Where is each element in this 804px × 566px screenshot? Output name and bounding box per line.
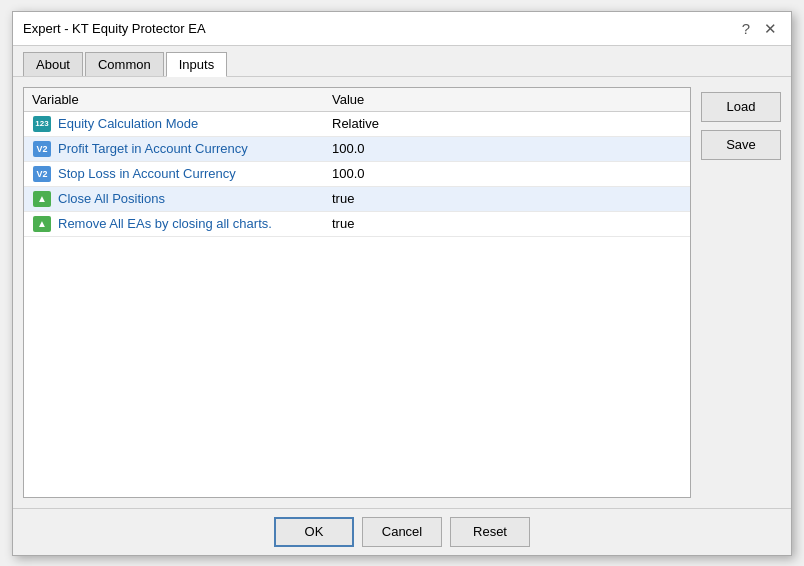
row-name: Equity Calculation Mode xyxy=(58,116,332,131)
row-value: true xyxy=(332,191,682,206)
table-header: Variable Value xyxy=(24,88,690,112)
help-button[interactable]: ? xyxy=(738,21,754,36)
icon-chart: ▲ xyxy=(33,191,51,207)
table-row[interactable]: ▲ Remove All EAs by closing all charts. … xyxy=(24,212,690,237)
table-row[interactable]: 123 Equity Calculation Mode Relative xyxy=(24,112,690,137)
icon-123: 123 xyxy=(33,116,51,132)
row-value: 100.0 xyxy=(332,141,682,156)
row-value: true xyxy=(332,216,682,231)
inputs-table: Variable Value 123 Equity Calculation Mo… xyxy=(23,87,691,498)
tab-inputs[interactable]: Inputs xyxy=(166,52,227,77)
close-button[interactable]: ✕ xyxy=(760,21,781,36)
ok-button[interactable]: OK xyxy=(274,517,354,547)
icon-chart2: ▲ xyxy=(33,216,51,232)
row-icon-v2b: V2 xyxy=(32,165,52,183)
row-name: Stop Loss in Account Currency xyxy=(58,166,332,181)
icon-v2: V2 xyxy=(33,141,51,157)
col-variable-header: Variable xyxy=(32,92,332,107)
save-button[interactable]: Save xyxy=(701,130,781,160)
row-icon-chart: ▲ xyxy=(32,190,52,208)
table-row[interactable]: V2 Stop Loss in Account Currency 100.0 xyxy=(24,162,690,187)
bottom-bar: OK Cancel Reset xyxy=(13,508,791,555)
row-icon-123: 123 xyxy=(32,115,52,133)
row-name: Close All Positions xyxy=(58,191,332,206)
tab-bar: About Common Inputs xyxy=(13,46,791,77)
cancel-button[interactable]: Cancel xyxy=(362,517,442,547)
reset-button[interactable]: Reset xyxy=(450,517,530,547)
title-buttons: ? ✕ xyxy=(738,21,781,36)
content-area: Variable Value 123 Equity Calculation Mo… xyxy=(13,77,791,508)
row-name: Remove All EAs by closing all charts. xyxy=(58,216,332,231)
dialog-title: Expert - KT Equity Protector EA xyxy=(23,21,206,36)
dialog: Expert - KT Equity Protector EA ? ✕ Abou… xyxy=(12,11,792,556)
tab-about[interactable]: About xyxy=(23,52,83,76)
row-value: 100.0 xyxy=(332,166,682,181)
side-buttons: Load Save xyxy=(701,87,781,498)
row-value: Relative xyxy=(332,116,682,131)
icon-v2b: V2 xyxy=(33,166,51,182)
row-name: Profit Target in Account Currency xyxy=(58,141,332,156)
col-value-header: Value xyxy=(332,92,682,107)
title-bar: Expert - KT Equity Protector EA ? ✕ xyxy=(13,12,791,46)
load-button[interactable]: Load xyxy=(701,92,781,122)
table-row[interactable]: ▲ Close All Positions true xyxy=(24,187,690,212)
tab-common[interactable]: Common xyxy=(85,52,164,76)
table-row[interactable]: V2 Profit Target in Account Currency 100… xyxy=(24,137,690,162)
row-icon-v2: V2 xyxy=(32,140,52,158)
row-icon-chart2: ▲ xyxy=(32,215,52,233)
